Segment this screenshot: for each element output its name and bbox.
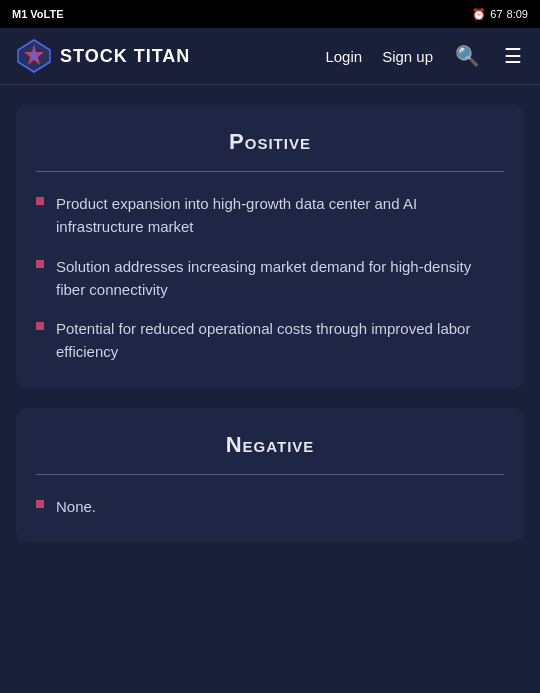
bullet-icon	[36, 322, 44, 330]
negative-list: None.	[36, 495, 504, 518]
positive-title: Positive	[36, 129, 504, 155]
bullet-text: Solution addresses increasing market dem…	[56, 255, 504, 302]
signup-link[interactable]: Sign up	[382, 48, 433, 65]
search-button[interactable]: 🔍	[453, 42, 482, 70]
logo-text: STOCK TITAN	[60, 46, 190, 67]
status-right: ⏰ 67 8:09	[472, 8, 528, 21]
status-bar: M1 VoLTE ⏰ 67 8:09	[0, 0, 540, 28]
negative-section: Negative None.	[16, 408, 524, 542]
bullet-icon	[36, 500, 44, 508]
hamburger-icon: ☰	[504, 44, 522, 68]
carrier-text: M1 VoLTE	[12, 8, 64, 20]
list-item: None.	[36, 495, 504, 518]
list-item: Product expansion into high-growth data …	[36, 192, 504, 239]
login-link[interactable]: Login	[325, 48, 362, 65]
alarm-icon: ⏰	[472, 8, 486, 21]
navbar: STOCK TITAN Login Sign up 🔍 ☰	[0, 28, 540, 85]
positive-list: Product expansion into high-growth data …	[36, 192, 504, 364]
bullet-icon	[36, 197, 44, 205]
negative-title: Negative	[36, 432, 504, 458]
logo-icon	[16, 38, 52, 74]
positive-section: Positive Product expansion into high-gro…	[16, 105, 524, 388]
bullet-text: None.	[56, 495, 504, 518]
time-text: 8:09	[507, 8, 528, 20]
menu-button[interactable]: ☰	[502, 42, 524, 70]
bullet-text: Product expansion into high-growth data …	[56, 192, 504, 239]
main-content: Positive Product expansion into high-gro…	[0, 85, 540, 582]
list-item: Solution addresses increasing market dem…	[36, 255, 504, 302]
logo-area: STOCK TITAN	[16, 38, 313, 74]
battery-text: 67	[490, 8, 502, 20]
list-item: Potential for reduced operational costs …	[36, 317, 504, 364]
status-left: M1 VoLTE	[12, 8, 64, 20]
bullet-icon	[36, 260, 44, 268]
negative-divider	[36, 474, 504, 475]
bullet-text: Potential for reduced operational costs …	[56, 317, 504, 364]
nav-links: Login Sign up 🔍 ☰	[325, 42, 524, 70]
search-icon: 🔍	[455, 44, 480, 68]
positive-divider	[36, 171, 504, 172]
